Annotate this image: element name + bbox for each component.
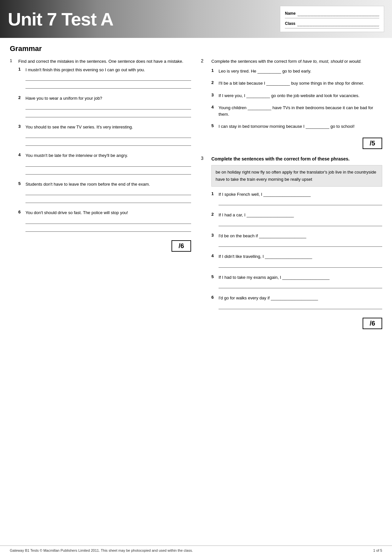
q1-sub1-num: 1: [18, 67, 25, 72]
class-field-row: Class ..................................…: [285, 20, 379, 28]
q1-content: Find and correct the mistakes in the sen…: [18, 58, 191, 252]
name-dots: ........................................…: [298, 11, 379, 16]
class-dots: ........................................…: [297, 21, 379, 26]
answer-line-4b: [25, 169, 191, 175]
answer-line-2b: [25, 111, 191, 117]
q2-number: 2: [201, 58, 209, 63]
answer-line-5b: [25, 197, 191, 203]
q3-sub5-content: If I had to take my exams again, I _____…: [219, 274, 382, 291]
q3-score-area: /6: [211, 316, 382, 329]
q2-sub3: 3 If I were you, I __________ go onto th…: [211, 92, 382, 100]
q2-score: /5: [363, 138, 382, 149]
name-class-fields: Name ...................................…: [280, 6, 384, 32]
left-column: Grammar 1 Find and correct the mistakes …: [10, 44, 191, 336]
q1-sub6-num: 6: [18, 210, 25, 214]
q1-sub6: 6 You don't should drive so fast. The po…: [18, 210, 191, 234]
name-label: Name: [285, 9, 296, 17]
q3-instruction: Complete the sentences with the correct …: [211, 156, 382, 162]
q1-sub4-content: You mustn't be late for the interview or…: [25, 152, 191, 177]
q3-sub5: 5 If I had to take my exams again, I ___…: [211, 274, 382, 291]
answer-line-2a: [25, 104, 191, 109]
q2-sub3-content: If I were you, I __________ go onto the …: [219, 92, 382, 100]
main-content: Grammar 1 Find and correct the mistakes …: [0, 38, 392, 342]
section-title: Grammar: [10, 44, 191, 53]
q3-content: Complete the sentences with the correct …: [211, 156, 382, 329]
answer-line-3b: [25, 140, 191, 146]
q1-sub3: 3 You should to see the new TV series. I…: [18, 124, 191, 148]
q1-sub2-num: 2: [18, 95, 25, 100]
q3-sub1-num: 1: [211, 191, 219, 196]
class-label: Class: [285, 20, 295, 27]
q3-sub2-num: 2: [211, 212, 219, 217]
q2-sub5-content: I can stay in bed tomorrow morning becau…: [219, 123, 382, 131]
q1-sub2: 2 Have you to wear a uniform for your jo…: [18, 95, 191, 119]
answer-line-4a: [25, 161, 191, 167]
q1-number: 1: [10, 58, 18, 63]
q2-sub1-content: Leo is very tired. He __________ go to b…: [219, 68, 382, 76]
q2-score-area: /5: [211, 136, 382, 149]
q3-number: 3: [201, 156, 209, 161]
q1-sub4: 4 You mustn't be late for the interview …: [18, 152, 191, 177]
q3-answer-line-2: [219, 220, 382, 226]
answer-line-3a: [25, 132, 191, 138]
q3-sub1-content: If I spoke French well, I ______________…: [219, 191, 382, 208]
answer-line-6a: [25, 218, 191, 224]
question-3-block: 3 Complete the sentences with the correc…: [201, 156, 382, 329]
q2-sub-questions: 1 Leo is very tired. He __________ go to…: [211, 68, 382, 131]
q3-score: /6: [363, 318, 382, 329]
q2-sub3-num: 3: [211, 92, 219, 97]
q2-sub1: 1 Leo is very tired. He __________ go to…: [211, 68, 382, 76]
phrase-box: be on holiday right now fly so often app…: [211, 165, 382, 187]
q2-sub2-content: I'll be a bit late because I __________ …: [219, 80, 382, 88]
q1-sub1-content: I mustn't finish this project this eveni…: [25, 67, 191, 91]
answer-line-1a: [25, 75, 191, 81]
page-title: Unit 7 Test A: [8, 8, 113, 30]
q3-sub6: 6 I'd go for walks every day if ________…: [211, 295, 382, 311]
q1-sub2-content: Have you to wear a uniform for your job?: [25, 95, 191, 119]
header: Unit 7 Test A Name .....................…: [0, 0, 392, 38]
q3-sub4-num: 4: [211, 253, 219, 258]
q2-sub5-num: 5: [211, 123, 219, 128]
q1-sub3-num: 3: [18, 124, 25, 129]
q1-instruction: Find and correct the mistakes in the sen…: [18, 58, 191, 65]
q3-sub5-num: 5: [211, 274, 219, 279]
q2-sub2: 2 I'll be a bit late because I _________…: [211, 80, 382, 88]
q3-sub4-content: If I didn't like travelling, I _________…: [219, 253, 382, 270]
q1-sub3-content: You should to see the new TV series. It'…: [25, 124, 191, 148]
q3-sub1: 1 If I spoke French well, I ____________…: [211, 191, 382, 208]
q2-sub5: 5 I can stay in bed tomorrow morning bec…: [211, 123, 382, 131]
q3-sub6-num: 6: [211, 295, 219, 300]
q1-sub6-content: You don't should drive so fast. The poli…: [25, 210, 191, 234]
name-field-row: Name ...................................…: [285, 9, 379, 18]
q3-answer-line-6: [219, 303, 382, 309]
q2-instruction: Complete the sentences with the correct …: [211, 58, 382, 65]
q3-answer-line-4: [219, 262, 382, 268]
q3-answer-line-1: [219, 199, 382, 205]
q3-sub4: 4 If I didn't like travelling, I _______…: [211, 253, 382, 270]
answer-line-1b: [25, 83, 191, 89]
footer: Gateway B1 Tests © Macmillan Publishers …: [0, 546, 392, 555]
page-number: 1 of 5: [373, 548, 382, 552]
q3-sub6-content: I'd go for walks every day if __________…: [219, 295, 382, 311]
answer-line-6b: [25, 226, 191, 232]
q1-score: /6: [172, 240, 191, 252]
q2-content: Complete the sentences with the correct …: [211, 58, 382, 149]
copyright-text: Gateway B1 Tests © Macmillan Publishers …: [10, 548, 193, 552]
question-2-block: 2 Complete the sentences with the correc…: [201, 58, 382, 149]
q3-answer-line-5: [219, 282, 382, 288]
q3-sub3-content: I'd be on the beach if _________________…: [219, 233, 382, 249]
q2-sub2-num: 2: [211, 80, 219, 85]
question-1-block: 1 Find and correct the mistakes in the s…: [10, 58, 191, 252]
q1-sub-questions: 1 I mustn't finish this project this eve…: [18, 67, 191, 234]
q3-sub-questions: 1 If I spoke French well, I ____________…: [211, 191, 382, 311]
q1-sub1: 1 I mustn't finish this project this eve…: [18, 67, 191, 91]
q3-sub3: 3 I'd be on the beach if _______________…: [211, 233, 382, 249]
q1-sub4-num: 4: [18, 152, 25, 157]
q1-sub5-num: 5: [18, 181, 25, 186]
right-column: 2 Complete the sentences with the correc…: [201, 44, 382, 336]
q1-score-area: /6: [18, 238, 191, 252]
q2-sub4-content: Young children __________ have TVs in th…: [219, 105, 382, 119]
answer-line-5a: [25, 189, 191, 195]
q1-sub5: 5 Students don't have to leave the room …: [18, 181, 191, 205]
q2-sub4: 4 Young children __________ have TVs in …: [211, 105, 382, 119]
